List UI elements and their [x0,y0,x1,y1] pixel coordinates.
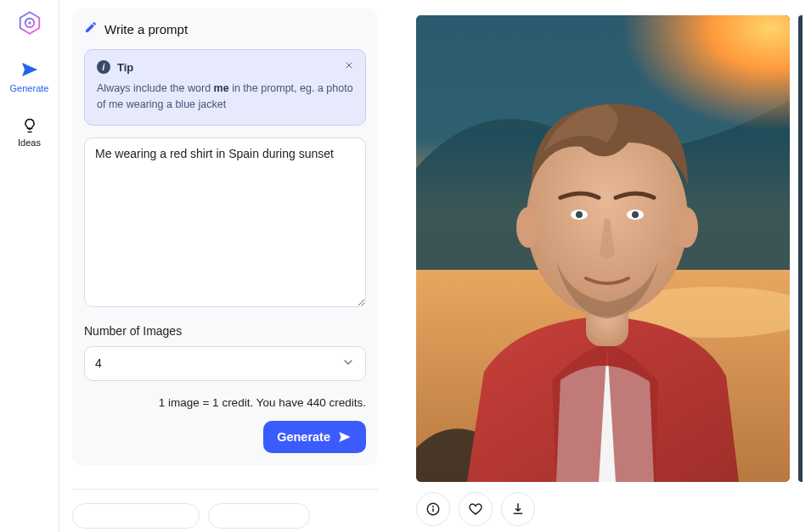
prompt-input[interactable] [84,137,366,307]
download-button[interactable] [501,492,535,526]
info-icon: i [97,60,110,74]
svg-point-2 [28,21,31,24]
sidebar: Generate Ideas [0,0,59,532]
tip-body: Always include the word me in the prompt… [97,81,353,113]
pencil-icon [84,20,98,37]
svg-point-9 [516,207,540,248]
svg-point-13 [576,211,583,218]
nav-ideas[interactable]: Ideas [4,117,55,148]
nav-ideas-label: Ideas [18,137,41,148]
chip-2[interactable] [208,503,310,529]
lightbulb-icon [21,117,38,134]
info-button[interactable] [416,492,450,526]
send-icon [337,429,352,445]
chevron-down-icon [341,356,355,372]
svg-point-10 [674,207,698,248]
send-icon [20,59,40,80]
app-logo [17,10,42,36]
prompt-card: Write a prompt i Tip Always include the … [72,8,378,465]
tip-title: Tip [117,61,133,74]
svg-point-17 [433,507,434,507]
download-icon [510,501,526,517]
results-area [391,0,811,532]
image-actions [416,492,790,526]
prompt-panel: Write a prompt i Tip Always include the … [59,0,391,532]
like-button[interactable] [459,492,493,526]
divider [72,489,378,490]
num-images-value: 4 [95,356,102,370]
info-icon [425,501,441,517]
nav-generate[interactable]: Generate [4,59,55,93]
tip-box: i Tip Always include the word me in the … [84,49,366,126]
generated-image[interactable] [416,15,790,482]
chips-row [72,503,378,529]
next-image-sliver[interactable] [798,15,803,482]
chip-1[interactable] [72,503,200,529]
svg-point-14 [632,211,639,218]
nav-generate-label: Generate [10,83,49,93]
panel-header: Write a prompt [84,20,366,37]
num-images-label: Number of Images [84,324,366,338]
generate-button-label: Generate [277,430,330,444]
panel-title: Write a prompt [104,22,188,36]
result-column [416,15,790,532]
tip-close-button[interactable] [341,59,357,74]
num-images-select[interactable]: 4 [84,346,366,381]
credits-line: 1 image = 1 credit. You have 440 credits… [84,396,366,409]
heart-icon [468,501,483,517]
generate-button[interactable]: Generate [263,421,366,453]
